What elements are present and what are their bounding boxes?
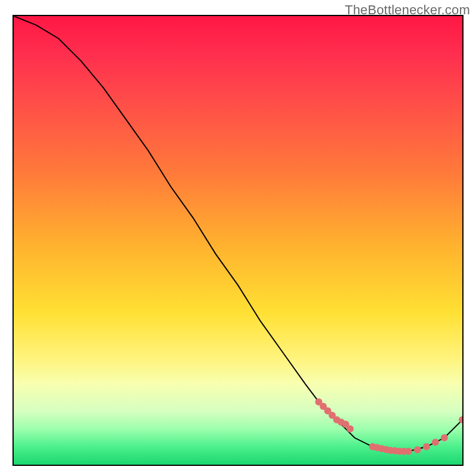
- data-marker: [423, 443, 430, 450]
- plot-frame: [12, 15, 464, 466]
- data-marker: [405, 447, 412, 455]
- marker-group: [315, 398, 462, 455]
- chart-container: TheBottlenecker.com: [0, 0, 476, 476]
- watermark-text: TheBottlenecker.com: [345, 2, 470, 18]
- data-marker: [414, 446, 421, 453]
- data-marker: [432, 439, 439, 446]
- bottleneck-curve-line: [14, 16, 462, 451]
- curve-layer: [14, 16, 462, 465]
- data-marker: [441, 434, 448, 441]
- data-marker: [347, 425, 354, 433]
